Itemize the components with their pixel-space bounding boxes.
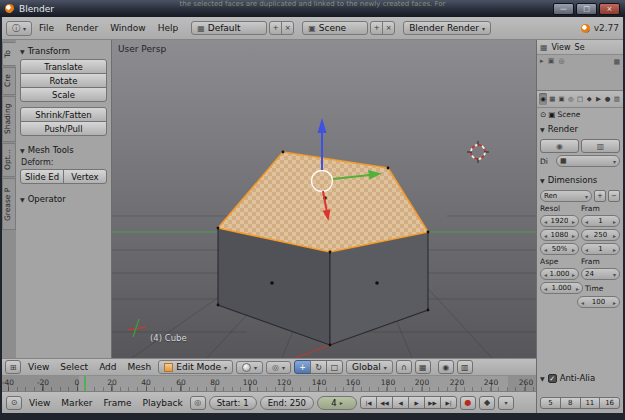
remove-scene-button[interactable]: × xyxy=(382,21,395,35)
scale-manipulator-button[interactable]: □ xyxy=(326,360,343,374)
pivot-select[interactable]: ◎ ▾ xyxy=(266,361,291,374)
tab-data[interactable]: ▶ xyxy=(594,93,602,105)
push-pull-button[interactable]: Push/Pull xyxy=(20,121,107,136)
prev-keyframe-button[interactable]: ◀◀ xyxy=(376,396,393,409)
record-button[interactable]: ● xyxy=(460,396,476,410)
viewport-canvas[interactable] xyxy=(112,40,536,358)
translate-button[interactable]: Translate xyxy=(20,59,107,74)
aa-samples-8-button[interactable]: 8 xyxy=(560,397,581,409)
stepper-right-icon[interactable]: ▸ xyxy=(576,285,579,292)
aa-checkbox[interactable]: ✓ xyxy=(548,374,557,383)
tab-modifiers[interactable]: ◆ xyxy=(585,93,593,105)
tab-world[interactable]: ◎ xyxy=(567,93,575,105)
tab-scene[interactable]: ▣ xyxy=(557,93,565,105)
stepper-left-icon[interactable]: ◂ xyxy=(544,285,547,292)
opengl-render-button[interactable]: ◉ xyxy=(438,360,454,374)
shrink-fatten-button[interactable]: Shrink/Fatten xyxy=(20,107,107,122)
tab-shading[interactable]: Shading xyxy=(2,96,16,142)
viewport-shading-select[interactable]: ▾ xyxy=(236,361,263,374)
tab-options[interactable]: Opt... xyxy=(2,143,16,177)
menu-add[interactable]: Add xyxy=(95,361,120,373)
menu-marker[interactable]: Marker xyxy=(57,397,96,409)
render-animation-button[interactable]: ▥ xyxy=(581,139,620,153)
scene-select[interactable]: ▣ Scene xyxy=(302,21,368,35)
add-preset-button[interactable]: + xyxy=(594,190,606,202)
stepper-left-icon[interactable]: ◂ xyxy=(585,218,588,225)
panel-transform-header[interactable]: ▼ Transform xyxy=(20,46,107,56)
stepper-left-icon[interactable]: ◂ xyxy=(585,246,588,253)
aspect-x-field[interactable]: ◂ 1.000 ▸ xyxy=(540,268,579,280)
stepper-right-icon[interactable]: ▸ xyxy=(572,271,575,278)
tab-grease-pencil[interactable]: Grease P xyxy=(2,178,16,230)
tab-render-layers[interactable]: ▦ xyxy=(548,93,556,105)
stepper-left-icon[interactable]: ◂ xyxy=(544,271,547,278)
edge-slide-button[interactable]: Slide Ed xyxy=(20,169,64,184)
panel-render-header[interactable]: ▼ Render xyxy=(540,124,620,134)
stepper-right-icon[interactable]: ▸ xyxy=(613,246,616,253)
play-button[interactable]: ▶ xyxy=(408,396,425,409)
translate-manipulator-button[interactable]: + xyxy=(294,360,311,374)
stepper-right-icon[interactable]: ▸ xyxy=(572,246,575,253)
jump-to-end-button[interactable]: ▶| xyxy=(440,396,457,409)
current-fr ame-field[interactable]: 4 ▸ xyxy=(317,396,357,410)
render-presets-select[interactable]: Ren ▾ xyxy=(540,190,592,202)
remove-layout-button[interactable]: × xyxy=(281,21,294,35)
stepper-right-icon[interactable]: ▸ xyxy=(613,218,616,225)
menu-select[interactable]: Select xyxy=(56,361,92,373)
aa-samples-11-button[interactable]: 11 xyxy=(580,397,601,409)
time-remap-old-field[interactable]: ◂ 100 ▸ xyxy=(577,296,620,308)
stepper-left-icon[interactable]: ◂ xyxy=(544,218,547,225)
collapse-icon[interactable]: ▸ xyxy=(540,57,544,65)
menu-window[interactable]: Window xyxy=(105,21,151,35)
frame-rate-field[interactable]: 24 ▾ xyxy=(581,268,620,280)
orientation-select[interactable]: Global ▾ xyxy=(346,360,393,374)
opengl-render-anim-button[interactable]: ▥ xyxy=(457,360,473,374)
outliner-filter-icon[interactable]: ▦ xyxy=(613,58,620,66)
window-titlebar[interactable]: Blender — □ × xyxy=(0,0,625,17)
rotate-button[interactable]: Rotate xyxy=(20,73,107,88)
stepper-right-icon[interactable]: ▸ xyxy=(572,232,575,239)
resolution-y-field[interactable]: ◂ 1080 ▸ xyxy=(540,229,579,241)
start-frame-field[interactable]: Start: 1 xyxy=(209,396,257,410)
editor-type-3d-button[interactable]: ⊞ xyxy=(5,360,21,374)
stepper-left-icon[interactable]: ◂ xyxy=(585,232,588,239)
aa-samples-5-button[interactable]: 5 xyxy=(540,397,561,409)
frame-step-field[interactable]: ◂ 1 ▸ xyxy=(581,243,620,255)
display-select[interactable]: ▦ ▾ xyxy=(556,155,620,167)
play-reverse-button[interactable]: ◀ xyxy=(392,396,409,409)
menu-file[interactable]: File xyxy=(34,21,59,35)
panel-mesh-tools-header[interactable]: ▼ Mesh Tools xyxy=(20,145,107,155)
stepper-arrow-icon[interactable]: ▸ xyxy=(340,399,343,406)
menu-view[interactable]: View xyxy=(25,397,54,409)
viewport-3d[interactable]: User Persp (4) Cube xyxy=(112,40,536,358)
frame-start-field[interactable]: ◂ 1 ▸ xyxy=(581,215,620,227)
menu-view[interactable]: View xyxy=(552,43,571,52)
aspect-y-field[interactable]: ◂ 1.000 ▸ xyxy=(540,282,583,294)
panel-aa-header[interactable]: ▼ ✓ Anti-Alia xyxy=(540,373,620,383)
timeline-ruler[interactable]: -40 -20 0 20 40 60 80 100 120 140 160 18… xyxy=(2,376,536,392)
pin-icon[interactable]: ⊙ xyxy=(540,110,546,119)
menu-frame[interactable]: Frame xyxy=(99,397,135,409)
end-frame-field[interactable]: End: 250 xyxy=(260,396,314,410)
menu-playback[interactable]: Playback xyxy=(139,397,187,409)
resolution-x-field[interactable]: ◂ 1920 ▸ xyxy=(540,215,579,227)
resolution-percent-field[interactable]: ◂ 50% ▸ xyxy=(540,243,579,255)
stepper-left-icon[interactable]: ◂ xyxy=(581,299,584,306)
panel-dimensions-header[interactable]: ▼ Dimensions xyxy=(540,175,620,185)
maximize-button[interactable]: □ xyxy=(576,3,597,15)
menu-search[interactable]: Se xyxy=(575,43,585,52)
menu-render[interactable]: Render xyxy=(61,21,103,35)
tab-render[interactable]: ◉ xyxy=(539,93,547,105)
vertex-slide-button[interactable]: Vertex xyxy=(63,169,107,184)
stepper-right-icon[interactable]: ▸ xyxy=(572,218,575,225)
menu-view[interactable]: View xyxy=(24,361,53,373)
tab-texture[interactable]: ▥ xyxy=(613,93,621,105)
next-keyframe-button[interactable]: ▶▶ xyxy=(424,396,441,409)
snap-element-button[interactable]: ▦ xyxy=(415,360,431,374)
tab-material[interactable]: ● xyxy=(604,93,612,105)
scale-button[interactable]: Scale xyxy=(20,87,107,102)
minimize-button[interactable]: — xyxy=(553,3,574,15)
tab-object[interactable]: □ xyxy=(576,93,584,105)
close-button[interactable]: × xyxy=(599,3,620,15)
rotate-manipulator-button[interactable]: ↻ xyxy=(310,360,327,374)
